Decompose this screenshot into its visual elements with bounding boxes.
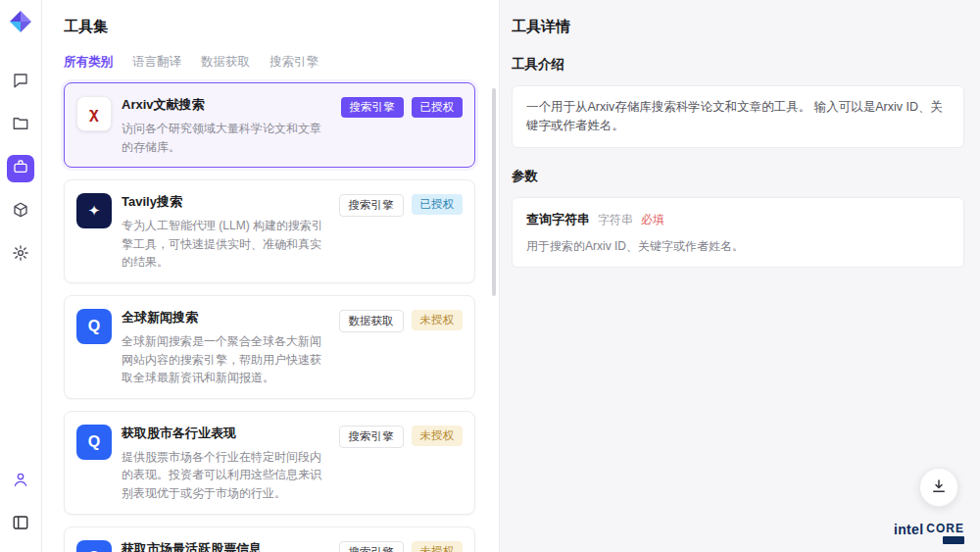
tool-name: Tavily搜索 [122,193,329,211]
intro-section-title: 工具介绍 [512,56,964,74]
tool-info: 获取市场最活跃股票信息 提供当天交易量最高的股票列表，投资者可以利用这些信息来识… [122,538,329,552]
sidebar-item-collapse[interactable] [7,511,34,538]
box-icon [12,201,29,223]
intel-wordmark: intel [894,522,923,537]
tool-icon-glyph: Q [88,549,100,552]
tool-icon: Q [76,309,112,344]
sidebar-item-plugins[interactable] [7,198,34,226]
category-badge: 搜索引擎 [339,426,404,448]
tool-description: 访问各个研究领域大量科学论文和文章的存储库。 [122,120,331,156]
tool-description: 提供股票市场各个行业在特定时间段内的表现。投资者可以利用这些信息来识别表现优于或… [122,448,329,503]
gear-icon [12,244,29,266]
sidebar-item-settings[interactable] [7,241,34,269]
category-badge: 搜索引擎 [339,194,404,217]
sidebar-item-account[interactable] [7,468,34,495]
auth-status-badge: 未授权 [412,541,464,552]
tool-list-panel: 工具集 所有类别 语言翻译 数据获取 搜索引擎 χ Arxiv文献搜索 [42,0,500,552]
tool-card[interactable]: Q 全球新闻搜索 全球新闻搜索是一个聚合全球各大新闻网站内容的搜索引擎，帮助用户… [64,295,475,399]
tool-info: 获取股市各行业表现 提供股票市场各个行业在特定时间段内的表现。投资者可以利用这些… [122,423,329,503]
intel-core-logo: intel CORE [894,522,964,544]
param-description: 用于搜索的Arxiv ID、关键字或作者姓名。 [526,237,950,255]
param-card: 查询字符串 字符串 必填 用于搜索的Arxiv ID、关键字或作者姓名。 [512,197,964,269]
category-tab[interactable]: 语言翻译 [132,54,181,71]
panel-icon [12,514,29,535]
tool-icon-glyph: Q [88,433,100,451]
tool-detail-panel: 工具详情 工具介绍 一个用于从Arxiv存储库搜索科学论文和文章的工具。 输入可… [500,0,980,552]
param-type: 字符串 [598,211,633,228]
tool-info: Tavily搜索 专为人工智能代理 (LLM) 构建的搜索引擎工具，可快速提供实… [122,191,329,272]
category-tab[interactable]: 搜索引擎 [270,54,318,71]
app-window: 工具集 所有类别 语言翻译 数据获取 搜索引擎 χ Arxiv文献搜索 [0,0,980,552]
sidebar-item-chat[interactable] [7,69,34,96]
tool-icon: Q [76,540,112,552]
core-sub-badge [943,536,964,544]
scrollbar-thumb[interactable] [492,88,496,296]
sidebar-bottom [7,468,34,538]
tool-list: χ Arxiv文献搜索 访问各个研究领域大量科学论文和文章的存储库。 搜索引擎 … [64,82,475,552]
tool-info: 全球新闻搜索 全球新闻搜索是一个聚合全球各大新闻网站内容的搜索引擎，帮助用户快速… [122,307,329,387]
tool-icon-glyph: Q [88,318,100,335]
auth-status-badge: 已授权 [412,97,464,118]
download-button[interactable] [919,468,958,507]
auth-status-badge: 未授权 [412,310,464,330]
category-tab[interactable]: 所有类别 [64,54,113,71]
tool-name: 获取股市各行业表现 [122,425,329,442]
tool-card[interactable]: ✦ Tavily搜索 专为人工智能代理 (LLM) 构建的搜索引擎工具，可快速提… [64,179,475,283]
tool-icon-glyph: χ [89,104,99,124]
sidebar-nav [7,69,34,269]
tool-name: 全球新闻搜索 [122,309,329,326]
tool-intro-card: 一个用于从Arxiv存储库搜索科学论文和文章的工具。 输入可以是Arxiv ID… [512,85,964,148]
tool-badges: 搜索引擎 已授权 [341,94,464,156]
tool-icon: χ [76,96,112,131]
briefcase-icon [13,159,28,178]
user-icon [12,471,29,492]
tool-card[interactable]: χ Arxiv文献搜索 访问各个研究领域大量科学论文和文章的存储库。 搜索引擎 … [64,82,475,168]
category-badge: 数据获取 [339,310,404,332]
tool-description: 全球新闻搜索是一个聚合全球各大新闻网站内容的搜索引擎，帮助用户快速获取全球最新资… [122,332,329,387]
auth-status-badge: 已授权 [412,194,464,215]
download-icon [930,477,948,498]
category-badge: 搜索引擎 [339,541,404,552]
tool-badges: 数据获取 未授权 [339,307,464,387]
tool-badges: 搜索引擎 未授权 [339,538,464,552]
sidebar-item-tools[interactable] [7,155,34,182]
tool-info: Arxiv文献搜索 访问各个研究领域大量科学论文和文章的存储库。 [122,94,331,156]
page-title: 工具集 [64,18,475,36]
param-name: 查询字符串 [526,210,590,229]
app-logo [9,10,32,33]
category-tabs: 所有类别 语言翻译 数据获取 搜索引擎 [64,54,475,71]
folder-icon [12,115,29,136]
tool-icon: Q [76,425,112,460]
tool-badges: 搜索引擎 未授权 [339,423,464,503]
core-wordmark-wrap: CORE [926,522,964,544]
chat-icon [12,72,29,93]
sidebar [0,0,42,552]
tool-icon: ✦ [76,193,112,228]
tool-badges: 搜索引擎 已授权 [339,191,464,272]
sidebar-item-files[interactable] [7,112,34,139]
tool-card[interactable]: Q 获取市场最活跃股票信息 提供当天交易量最高的股票列表，投资者可以利用这些信息… [64,527,475,552]
param-header: 查询字符串 字符串 必填 [526,210,950,229]
params-section-title: 参数 [512,168,964,185]
tool-name: 获取市场最活跃股票信息 [122,540,329,552]
tool-description: 专为人工智能代理 (LLM) 构建的搜索引擎工具，可快速提供实时、准确和真实的结… [122,217,329,272]
tool-card[interactable]: Q 获取股市各行业表现 提供股票市场各个行业在特定时间段内的表现。投资者可以利用… [64,411,475,515]
category-tab[interactable]: 数据获取 [201,54,250,71]
category-badge: 搜索引擎 [341,97,404,118]
detail-title: 工具详情 [512,18,964,36]
tool-icon-glyph: ✦ [88,202,101,220]
param-required-flag: 必填 [641,211,664,228]
tool-name: Arxiv文献搜索 [122,96,331,114]
core-wordmark: CORE [926,522,964,535]
auth-status-badge: 未授权 [412,426,464,446]
